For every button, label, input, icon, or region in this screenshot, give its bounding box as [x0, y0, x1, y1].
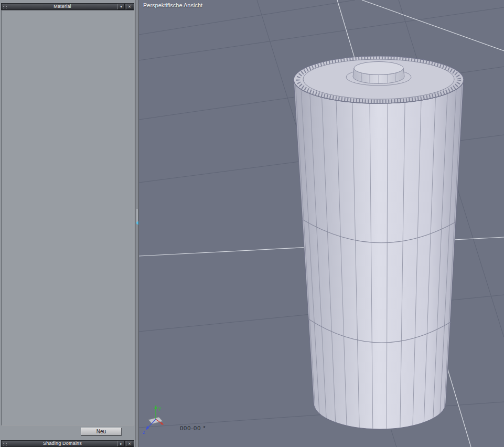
panel-splitter[interactable] [135, 0, 139, 447]
gizmo-x-arrow-icon [160, 422, 164, 425]
shading-domains-titlebar[interactable]: Shading Domains ▸ ✕ [1, 440, 134, 447]
panel-grip-icon[interactable] [3, 441, 7, 446]
material-list-area[interactable] [1, 10, 134, 425]
viewport-canvas[interactable]: y z [139, 0, 504, 447]
cylinder-object[interactable] [294, 56, 464, 429]
viewport-status-readout: 000-00 * [180, 425, 206, 431]
gizmo-y-label: y [158, 406, 161, 411]
terminal-top-face [354, 62, 403, 75]
shading-close-button[interactable]: ✕ [126, 441, 133, 446]
shading-expand-button[interactable]: ▸ [117, 441, 125, 446]
gizmo-z-label: z [143, 429, 145, 435]
shading-domains-title: Shading Domains [9, 441, 116, 446]
material-close-button[interactable]: ✕ [126, 4, 133, 9]
material-panel-title: Material [9, 4, 116, 9]
application-window: Material ▾ ✕ Neu Shading Domains ▸ ✕ [0, 0, 504, 447]
material-titlebar-actions: ▾ ✕ [117, 4, 133, 9]
shading-titlebar-actions: ▸ ✕ [117, 441, 133, 446]
orientation-gizmo[interactable]: y z [143, 405, 164, 435]
left-dock: Material ▾ ✕ Neu Shading Domains ▸ ✕ [0, 0, 135, 447]
material-panel-footer: Neu [1, 425, 134, 437]
3d-viewport[interactable]: y z Perspektifische Ansicht 000-00 * [139, 0, 504, 447]
material-panel: Material ▾ ✕ Neu [1, 3, 134, 437]
gizmo-y-arrow-icon [154, 405, 157, 409]
panel-grip-icon[interactable] [3, 4, 7, 9]
cylinder-body[interactable] [294, 80, 464, 429]
new-material-button[interactable]: Neu [81, 428, 122, 435]
material-menu-button[interactable]: ▾ [117, 4, 125, 9]
viewport-title: Perspektifische Ansicht [143, 2, 202, 8]
material-panel-titlebar[interactable]: Material ▾ ✕ [1, 3, 134, 10]
splitter-collapse-arrow-icon[interactable] [136, 221, 138, 225]
